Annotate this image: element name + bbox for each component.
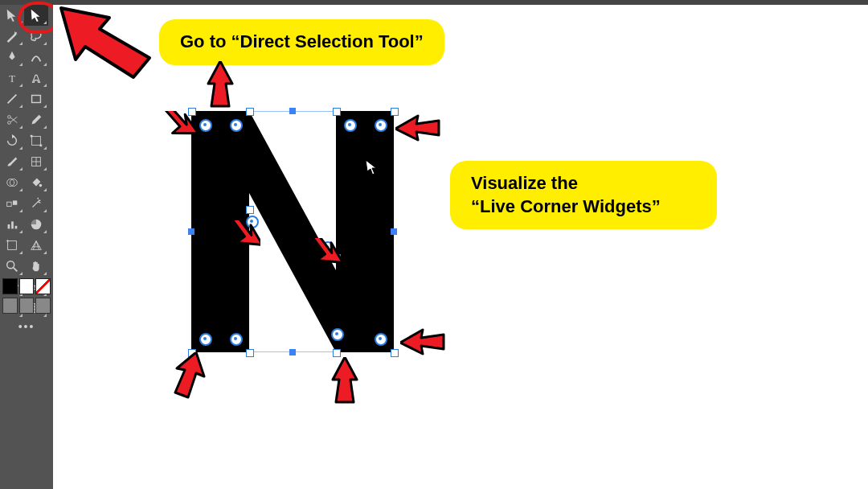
mesh-tool[interactable] (24, 151, 48, 172)
draw-normal[interactable] (2, 298, 18, 314)
svg-rect-17 (13, 200, 17, 204)
callout-live-corners: Visualize the “Live Corner Widgets” (450, 161, 717, 229)
svg-rect-18 (8, 224, 10, 228)
svg-point-15 (39, 184, 43, 187)
bbox-handle-ml[interactable] (188, 228, 194, 235)
shape-builder-tool[interactable] (0, 172, 24, 193)
artboard-tool[interactable] (0, 235, 24, 256)
draw-mode-row[interactable] (2, 298, 51, 317)
live-corner-widget[interactable] (230, 119, 243, 132)
none-swatch[interactable] (35, 278, 51, 294)
paintbrush-tool[interactable] (0, 151, 24, 172)
stroke-swatch[interactable] (19, 278, 35, 294)
hand-tool[interactable] (24, 256, 48, 277)
scissors-tool[interactable] (0, 109, 24, 130)
svg-rect-19 (11, 221, 14, 228)
callout-direct-selection: Go to “Direct Selection Tool” (159, 19, 444, 65)
svg-rect-16 (7, 202, 11, 206)
svg-point-5 (8, 121, 11, 125)
callout-text-line2: “Live Corner Widgets” (471, 196, 661, 216)
svg-rect-8 (31, 135, 33, 138)
arrow-annotation (202, 61, 239, 108)
arrow-annotation (400, 323, 445, 360)
artboard-canvas[interactable]: Go to “Direct Selection Tool” Visualize … (53, 5, 868, 484)
draw-behind[interactable] (19, 298, 35, 314)
anchor-point[interactable] (246, 108, 254, 116)
live-paint-bucket[interactable] (24, 172, 48, 193)
type-tool[interactable]: T (0, 68, 24, 88)
svg-rect-3 (32, 96, 41, 103)
rotate-tool[interactable] (0, 130, 24, 151)
column-graph-tool[interactable] (0, 214, 24, 235)
free-transform-tool[interactable] (24, 130, 48, 151)
svg-line-2 (8, 95, 17, 104)
arrow-annotation (151, 111, 196, 151)
anchor-point[interactable] (391, 349, 399, 357)
svg-marker-6 (12, 134, 15, 138)
callout-text: Go to “Direct Selection Tool” (180, 31, 424, 51)
arrow-annotation (395, 109, 440, 146)
live-corner-widget[interactable] (230, 333, 243, 346)
fill-stroke-swatches[interactable] (2, 278, 51, 298)
live-corner-widget[interactable] (331, 328, 344, 341)
svg-rect-21 (8, 241, 17, 250)
arrow-annotation (326, 357, 363, 404)
line-segment-tool[interactable] (0, 88, 24, 109)
tool-grid: T (0, 5, 53, 318)
blend-tool[interactable] (0, 193, 24, 214)
live-corner-widget[interactable] (375, 119, 387, 132)
live-corner-widget[interactable] (199, 119, 212, 132)
live-corner-widget[interactable] (199, 333, 212, 346)
svg-point-4 (8, 116, 11, 119)
svg-text:T: T (9, 73, 15, 84)
svg-marker-0 (9, 51, 14, 60)
direct-selection-cursor-icon (365, 159, 379, 175)
magic-wand-tool[interactable] (0, 26, 24, 47)
curvature-tool[interactable] (24, 47, 48, 68)
draw-inside[interactable] (35, 298, 51, 314)
pie-graph-tool[interactable] (24, 214, 48, 235)
arrow-annotation (296, 238, 341, 278)
lasso-tool[interactable] (24, 26, 48, 47)
touch-type-tool[interactable] (24, 68, 48, 88)
fill-swatch[interactable] (2, 278, 18, 294)
symbol-sprayer-tool[interactable] (24, 193, 48, 214)
direct-selection-tool[interactable] (24, 5, 48, 26)
zoom-tool[interactable] (0, 256, 24, 277)
svg-point-24 (7, 261, 14, 269)
anchor-point[interactable] (246, 349, 254, 357)
svg-rect-7 (32, 137, 41, 146)
pen-tool[interactable] (0, 47, 24, 68)
anchor-point[interactable] (246, 206, 254, 214)
rectangle-tool[interactable] (24, 88, 48, 109)
eyedropper-tool[interactable] (24, 109, 48, 130)
callout-text-line1: Visualize the (471, 173, 578, 193)
arrow-annotation (164, 352, 206, 399)
bbox-handle-mr[interactable] (391, 228, 397, 235)
selection-tool[interactable] (0, 5, 24, 26)
perspective-grid-tool[interactable] (24, 235, 48, 256)
edit-toolbar-button[interactable]: ••• (0, 320, 53, 333)
svg-rect-20 (15, 226, 18, 229)
arrow-to-tool (53, 0, 158, 80)
svg-line-25 (14, 268, 18, 272)
bbox-handle-tm[interactable] (289, 108, 296, 114)
anchor-point[interactable] (333, 349, 341, 357)
anchor-point[interactable] (333, 108, 341, 116)
live-corner-widget[interactable] (375, 333, 387, 346)
live-corner-widget[interactable] (344, 119, 357, 132)
svg-rect-9 (40, 145, 43, 147)
arrow-annotation (215, 220, 260, 261)
tool-panel: T (0, 5, 53, 489)
bbox-handle-bm[interactable] (289, 349, 296, 355)
